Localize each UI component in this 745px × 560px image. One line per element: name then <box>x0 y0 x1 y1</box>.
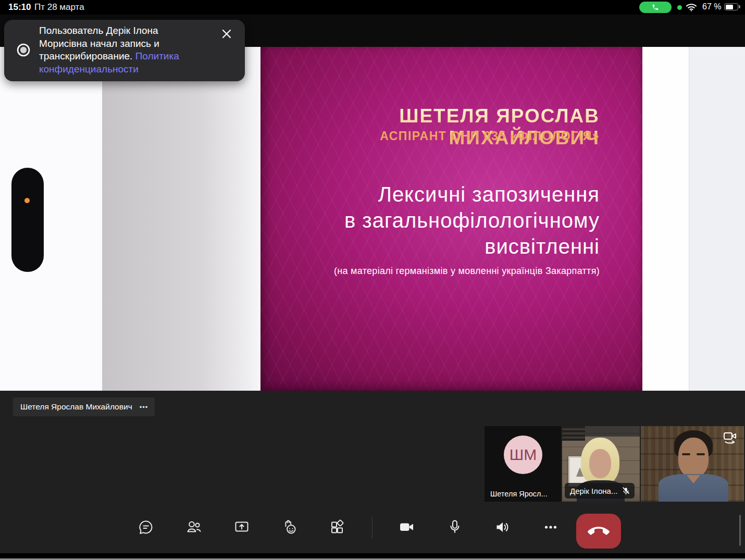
more-button[interactable] <box>541 513 560 542</box>
wifi-icon <box>686 3 697 11</box>
chat-button[interactable] <box>136 513 155 542</box>
camera-indicator-dot <box>24 198 30 203</box>
flip-camera-icon[interactable] <box>721 429 740 447</box>
hang-up-icon <box>588 520 610 542</box>
mic-muted-icon <box>622 487 630 495</box>
participant-tile-sheteliya[interactable]: ШМ Шетеля Яросл... <box>485 426 561 502</box>
clock-time: 15:10 <box>8 2 31 13</box>
participant-tile-self[interactable] <box>641 426 744 502</box>
shared-page-margin-right <box>642 47 689 391</box>
apps-button[interactable] <box>328 513 346 542</box>
battery-percent: 67 % <box>702 2 721 11</box>
video-detail <box>678 438 709 477</box>
scrollbar[interactable] <box>739 515 741 546</box>
slide-author-role: АСПІРАНТ ОНП 035 «ФІЛОЛОГІЯ» <box>380 129 600 143</box>
active-call-pill[interactable] <box>639 2 672 13</box>
camera-cutout-pill <box>11 168 44 272</box>
presenter-name: Шетеля Ярослав Михайлович <box>20 402 132 412</box>
bottom-black-strip <box>0 553 745 558</box>
participant-label: Дерік Ілона... <box>570 487 617 495</box>
slide-subtitle: (на матеріалі германізмів у мовленні укр… <box>334 266 600 277</box>
close-icon[interactable] <box>219 26 234 42</box>
privacy-indicator-dot <box>677 5 682 10</box>
battery-nub <box>739 5 740 8</box>
more-options-dots[interactable]: ••• <box>140 403 148 411</box>
status-date: Пт 28 марта <box>34 2 84 13</box>
participant-label: Шетеля Яросл... <box>490 490 548 498</box>
slide-title: Лексичні запозичення в загальнофілологіч… <box>344 181 600 259</box>
participant-name-chip: Дерік Ілона... <box>565 483 635 499</box>
notification-text: Пользователь Дерік Ілона Морисівна начал… <box>39 24 204 76</box>
video-detail <box>562 426 585 441</box>
teams-call-screen: 15:10 Пт 28 марта 67 % ШЕТЕЛЯ ЯР <box>0 0 745 560</box>
video-detail <box>682 453 690 455</box>
people-button[interactable] <box>184 513 203 542</box>
speaker-button[interactable] <box>493 513 512 542</box>
phone-icon <box>652 4 659 11</box>
camera-button[interactable] <box>398 513 416 542</box>
shared-app-background <box>689 47 745 391</box>
avatar-initials: ШМ <box>510 446 537 464</box>
microphone-button[interactable] <box>445 513 464 542</box>
toolbar-divider <box>372 517 372 539</box>
avatar: ШМ <box>504 435 542 474</box>
video-detail <box>589 449 611 478</box>
battery-icon <box>724 3 738 10</box>
participant-tile-derik[interactable]: Дерік Ілона... <box>562 426 640 502</box>
recording-notification: Пользователь Дерік Ілона Морисівна начал… <box>4 20 245 81</box>
call-bottom-panel: Шетеля Ярослав Михайлович ••• ШМ Шетеля … <box>0 391 745 560</box>
share-screen-button[interactable] <box>232 513 251 542</box>
video-detail <box>697 453 705 455</box>
reactions-button[interactable] <box>280 513 299 542</box>
record-icon <box>17 43 30 57</box>
shared-page-strip <box>102 47 260 391</box>
hang-up-button[interactable] <box>576 514 621 549</box>
presenter-name-banner[interactable]: Шетеля Ярослав Михайлович ••• <box>13 397 155 416</box>
status-bar: 15:10 Пт 28 марта 67 % <box>0 0 745 15</box>
presentation-slide: ШЕТЕЛЯ ЯРОСЛАВ МИХАЙЛОВИЧ АСПІРАНТ ОНП 0… <box>260 47 642 391</box>
